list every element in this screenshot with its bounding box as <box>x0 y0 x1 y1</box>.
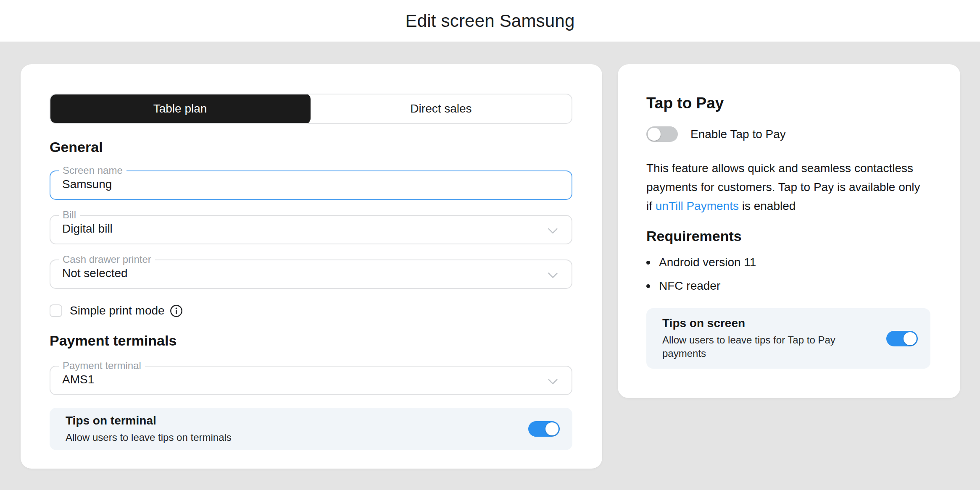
bullet-icon <box>646 261 650 265</box>
tips-on-screen-box: Tips on screen Allow users to leave tips… <box>646 308 930 369</box>
toggle-knob <box>904 332 917 345</box>
requirements-heading: Requirements <box>646 228 930 244</box>
tips-on-screen-description: Allow users to leave tips for Tap to Pay… <box>662 333 851 360</box>
tips-on-screen-toggle[interactable] <box>886 331 918 346</box>
cash-drawer-printer-value: Not selected <box>62 267 128 280</box>
tap-to-pay-description: This feature allows quick and seamless c… <box>646 159 924 215</box>
payment-terminal-select[interactable]: Payment terminal AMS1 <box>50 366 572 395</box>
simple-print-mode-checkbox[interactable] <box>50 304 62 317</box>
bill-value: Digital bill <box>62 222 113 236</box>
payment-terminal-label: Payment terminal <box>59 360 145 371</box>
chevron-down-icon <box>548 375 558 385</box>
tips-on-terminal-toggle[interactable] <box>528 421 560 437</box>
bill-select[interactable]: Bill Digital bill <box>50 215 572 244</box>
list-item: NFC reader <box>646 280 930 292</box>
requirements-list: Android version 11 NFC reader <box>646 256 930 292</box>
screen-name-value: Samsung <box>62 178 112 191</box>
chevron-down-icon <box>548 268 558 278</box>
screen-settings-card: Table plan Direct sales General Screen n… <box>21 64 602 469</box>
bullet-icon <box>646 284 650 288</box>
bill-label: Bill <box>59 210 80 220</box>
tap-to-pay-card: Tap to Pay Enable Tap to Pay This featur… <box>618 64 960 398</box>
tips-on-terminal-box: Tips on terminal Allow users to leave ti… <box>50 408 572 450</box>
description-text: is enabled <box>739 199 796 212</box>
page-title: Edit screen Samsung <box>405 11 574 31</box>
general-heading: General <box>50 139 572 155</box>
enable-tap-to-pay-row: Enable Tap to Pay <box>646 126 930 142</box>
screen-name-label: Screen name <box>59 165 126 176</box>
tap-to-pay-heading: Tap to Pay <box>646 94 930 112</box>
cash-drawer-printer-label: Cash drawer printer <box>59 254 155 265</box>
tab-bar: Table plan Direct sales <box>50 94 572 124</box>
toggle-knob <box>545 422 558 435</box>
requirement-text: NFC reader <box>659 280 720 292</box>
tips-on-screen-title: Tips on screen <box>662 317 886 330</box>
tips-on-terminal-description: Allow users to leave tips on terminals <box>66 431 528 444</box>
untill-payments-link[interactable]: unTill Payments <box>656 199 739 212</box>
toggle-knob <box>648 128 661 141</box>
info-icon[interactable] <box>170 304 183 317</box>
cash-drawer-printer-select[interactable]: Cash drawer printer Not selected <box>50 259 572 289</box>
list-item: Android version 11 <box>646 256 930 269</box>
enable-tap-to-pay-label: Enable Tap to Pay <box>690 128 786 141</box>
requirement-text: Android version 11 <box>659 256 756 269</box>
tab-table-plan[interactable]: Table plan <box>50 94 311 124</box>
screen-name-field[interactable]: Screen name Samsung <box>50 170 572 200</box>
top-bar: Edit screen Samsung <box>0 0 980 42</box>
chevron-down-icon <box>548 224 558 234</box>
tips-on-terminal-title: Tips on terminal <box>66 414 528 427</box>
simple-print-mode-row: Simple print mode <box>50 304 572 317</box>
enable-tap-to-pay-toggle[interactable] <box>646 126 678 142</box>
simple-print-mode-label: Simple print mode <box>70 304 165 317</box>
tab-direct-sales[interactable]: Direct sales <box>311 94 572 123</box>
payment-terminal-value: AMS1 <box>62 373 94 386</box>
payment-terminals-heading: Payment terminals <box>50 333 572 349</box>
